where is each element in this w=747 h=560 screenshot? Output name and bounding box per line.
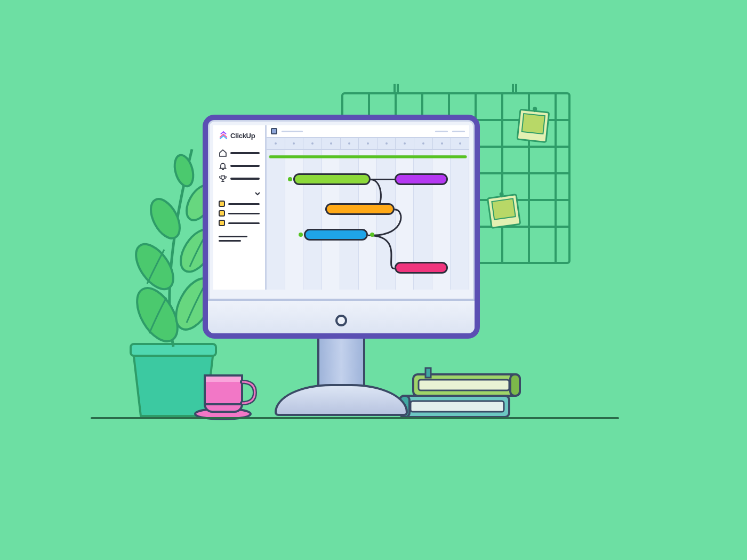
pinned-photo [485, 190, 522, 231]
task-status-box [219, 210, 225, 217]
sidebar-task-item[interactable] [219, 220, 260, 226]
sidebar: ClickUp [213, 125, 267, 290]
toolbar [267, 125, 469, 138]
monitor-screen-frame: ClickUp [203, 115, 480, 339]
view-switcher-icon[interactable] [271, 128, 277, 134]
sidebar-item-notifications[interactable] [219, 162, 260, 170]
gantt-bar[interactable] [325, 203, 395, 215]
monitor-stand-base [275, 384, 408, 416]
toolbar-placeholder [282, 131, 303, 132]
sidebar-task-item[interactable] [219, 210, 260, 217]
main-panel [267, 125, 469, 290]
sidebar-task-item[interactable] [219, 201, 260, 207]
bar-handle-icon[interactable] [370, 233, 374, 237]
toolbar-action[interactable] [452, 131, 465, 132]
bar-handle-icon[interactable] [299, 233, 303, 237]
timeline-header [267, 138, 469, 150]
home-icon [219, 149, 227, 157]
gantt-bar[interactable] [304, 229, 368, 241]
brand-name: ClickUp [230, 132, 255, 140]
sidebar-section-toggle[interactable] [218, 189, 261, 196]
sidebar-item-home[interactable] [219, 149, 260, 157]
task-status-box [219, 220, 225, 226]
monitor-power-button[interactable] [335, 315, 347, 326]
trophy-icon [219, 174, 227, 183]
svg-point-29 [172, 153, 196, 188]
svg-rect-37 [510, 374, 520, 396]
sidebar-item-goals[interactable] [219, 174, 260, 183]
svg-line-21 [502, 194, 502, 197]
svg-line-17 [535, 109, 535, 112]
bell-icon [219, 162, 227, 170]
gantt-chart[interactable] [267, 150, 469, 290]
bar-handle-icon[interactable] [288, 177, 292, 181]
sidebar-footer [219, 233, 260, 244]
clickup-logo-icon [219, 131, 228, 140]
svg-rect-15 [522, 114, 545, 134]
monitor-stand-neck [317, 338, 365, 391]
illustration-scene: ClickUp [0, 0, 747, 560]
brand-logo[interactable]: ClickUp [219, 131, 260, 140]
gantt-bar[interactable] [395, 262, 448, 274]
pinned-photo [516, 105, 551, 146]
app-screen: ClickUp [213, 125, 469, 290]
monitor: ClickUp [203, 115, 480, 419]
gantt-bar[interactable] [293, 173, 371, 185]
desk-surface-line [91, 417, 619, 419]
task-status-box [219, 201, 225, 207]
svg-rect-19 [492, 198, 515, 219]
gantt-bar[interactable] [395, 173, 448, 185]
toolbar-action[interactable] [435, 131, 448, 132]
chevron-down-icon [254, 189, 261, 196]
